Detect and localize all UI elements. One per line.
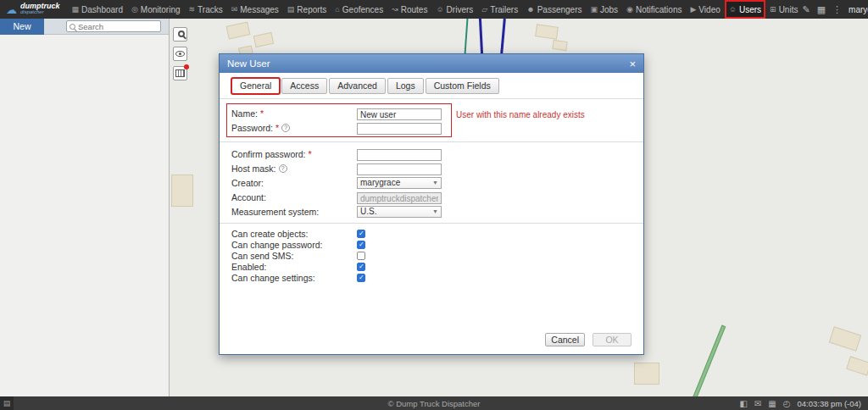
- nav-users[interactable]: ☺Users: [725, 0, 765, 19]
- map-road-teal: [465, 19, 469, 54]
- trailers-icon: ▱: [481, 5, 487, 14]
- nav-label-trailers: Trailers: [490, 5, 518, 14]
- creator-label: Creator:: [231, 178, 357, 188]
- top-navigation-bar: ☁ dumptruck dispatcher ▦Dashboard ◎Monit…: [0, 0, 868, 19]
- nav-monitoring[interactable]: ◎Monitoring: [127, 0, 185, 19]
- drawing-tools-icon[interactable]: ✎: [802, 4, 810, 15]
- confirm-password-input[interactable]: [357, 149, 442, 161]
- map-ruler-button[interactable]: [173, 66, 187, 80]
- checkbox-row-can-create-objects: Can create objects:: [231, 228, 632, 239]
- nav-dashboard[interactable]: ▦Dashboard: [68, 0, 127, 19]
- help-icon[interactable]: ?: [281, 124, 290, 132]
- geofences-icon: ⌂: [335, 5, 339, 14]
- map-road-blue: [500, 19, 506, 54]
- nav-passengers[interactable]: ☻Passengers: [522, 0, 586, 19]
- logo-cloud-icon: ☁: [6, 4, 17, 15]
- search-input[interactable]: [78, 22, 156, 31]
- users-list-panel: New: [0, 19, 170, 396]
- drivers-icon: ☺: [436, 5, 443, 14]
- nav-reports[interactable]: ▤Reports: [283, 0, 331, 19]
- notification-dot: [184, 64, 189, 69]
- nav-messages[interactable]: ✉Messages: [227, 0, 283, 19]
- divider: [220, 98, 643, 99]
- measurement-system-select[interactable]: U.S. ▼: [357, 206, 442, 218]
- checkbox-row-can-send-sms: Can send SMS:: [231, 250, 632, 261]
- dialog-buttons: Cancel OK: [545, 333, 632, 346]
- dialog-tabs: General Access Advanced Logs Custom Fiel…: [231, 78, 632, 94]
- nav-label-passengers: Passengers: [537, 5, 582, 14]
- map-zoom-search-button[interactable]: [173, 27, 187, 42]
- tab-general[interactable]: General: [231, 78, 280, 94]
- notifications-icon: ◉: [626, 5, 633, 14]
- routes-icon: ↝: [392, 5, 398, 14]
- dialog-body: General Access Advanced Logs Custom Fiel…: [220, 73, 643, 354]
- nav-jobs[interactable]: ▣Jobs: [586, 0, 622, 19]
- chevron-down-icon: ▼: [432, 208, 438, 214]
- creator-value: marygrace: [360, 178, 400, 187]
- can-create-objects-checkbox[interactable]: [357, 230, 365, 238]
- nav-video[interactable]: ▶Video: [686, 0, 724, 19]
- map-visibility-button[interactable]: [173, 47, 187, 61]
- current-time: 04:03:38 pm (-04): [797, 399, 861, 408]
- can-change-settings-checkbox[interactable]: [357, 274, 365, 282]
- units-icon: ⊞: [770, 5, 776, 14]
- monitoring-icon: ◎: [131, 5, 138, 14]
- password-input[interactable]: [357, 123, 442, 135]
- checkbox-row-can-change-password: Can change password:: [231, 239, 632, 250]
- field-row-creator: Creator: marygrace ▼: [231, 175, 632, 190]
- tab-access[interactable]: Access: [281, 78, 327, 94]
- map-building: [846, 356, 868, 375]
- nav-label-drivers: Drivers: [447, 5, 474, 14]
- nav-geofences[interactable]: ⌂Geofences: [331, 0, 387, 19]
- search-box: [66, 20, 161, 32]
- account-input: [357, 192, 442, 204]
- map-building: [535, 24, 559, 39]
- tab-advanced[interactable]: Advanced: [329, 78, 386, 94]
- map-road-blue: [479, 19, 483, 54]
- dialog-titlebar[interactable]: New User ×: [220, 54, 643, 73]
- grid-icon[interactable]: ▦: [768, 399, 776, 408]
- chevron-down-icon: ▼: [432, 180, 438, 186]
- search-icon: [70, 24, 75, 30]
- layout-icon[interactable]: ◧: [739, 399, 747, 408]
- nav-notifications[interactable]: ◉Notifications: [622, 0, 686, 19]
- can-send-sms-label: Can send SMS:: [231, 251, 357, 261]
- nav-drivers[interactable]: ☺Drivers: [431, 0, 477, 19]
- tab-logs[interactable]: Logs: [387, 78, 424, 94]
- more-options-icon[interactable]: ⋮: [832, 4, 842, 15]
- nav-tracks[interactable]: ≋Tracks: [185, 0, 227, 19]
- mail-icon[interactable]: ✉: [754, 399, 761, 408]
- enabled-checkbox[interactable]: [357, 263, 365, 271]
- nav-units[interactable]: ⊞Units: [765, 0, 802, 19]
- measurement-system-value: U.S.: [360, 207, 376, 216]
- host-mask-input[interactable]: [357, 163, 442, 175]
- nav-routes[interactable]: ↝Routes: [387, 0, 431, 19]
- current-username[interactable]: marygrace: [849, 5, 868, 14]
- close-icon[interactable]: ×: [629, 58, 636, 69]
- field-row-confirm-password: Confirm password: *: [231, 147, 632, 161]
- cancel-button[interactable]: Cancel: [545, 333, 585, 346]
- new-user-button[interactable]: New: [0, 19, 44, 35]
- can-change-password-checkbox[interactable]: [357, 241, 365, 249]
- required-marker: *: [260, 108, 264, 119]
- field-row-name: Name: *: [231, 106, 447, 120]
- map-building: [552, 40, 567, 51]
- can-send-sms-checkbox[interactable]: [357, 252, 365, 260]
- creator-select[interactable]: marygrace ▼: [357, 177, 442, 189]
- nav-trailers[interactable]: ▱Trailers: [477, 0, 522, 19]
- ruler-icon: [175, 69, 185, 77]
- can-change-password-label: Can change password:: [231, 240, 357, 250]
- nav-label-units: Units: [779, 5, 798, 14]
- name-input[interactable]: [357, 108, 442, 120]
- apps-grid-icon[interactable]: ▦: [817, 4, 826, 15]
- nav-label-reports: Reports: [297, 5, 326, 14]
- help-icon[interactable]: ?: [279, 164, 287, 173]
- confirm-password-label: Confirm password: *: [231, 149, 357, 159]
- ok-button[interactable]: OK: [593, 333, 632, 346]
- tab-custom-fields[interactable]: Custom Fields: [426, 78, 499, 94]
- nav-label-geofences: Geofences: [342, 5, 383, 14]
- map-tools: [173, 27, 187, 80]
- name-label: Name: *: [231, 108, 357, 119]
- password-label: Password: * ?: [231, 123, 357, 133]
- host-mask-label: Host mask: ?: [231, 163, 357, 174]
